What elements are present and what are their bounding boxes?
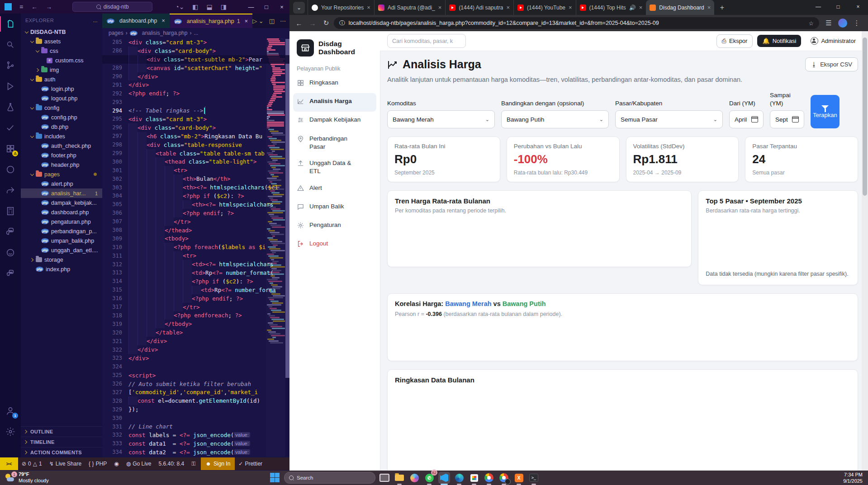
nav-item-perbandingan-pasar[interactable]: Perbandingan Pasar	[289, 131, 380, 155]
tree-item-css[interactable]: css	[21, 46, 102, 56]
browser-minimize-button[interactable]: —	[808, 0, 828, 14]
account-icon[interactable]: 1	[0, 400, 21, 421]
extensions-icon[interactable]: ⚠	[0, 138, 21, 159]
export-button[interactable]: ⎙ Ekspor	[716, 34, 753, 48]
close-button[interactable]: ×	[274, 0, 289, 14]
code-line-328[interactable]: 328const el=document.getElementById(id)	[102, 396, 289, 405]
tree-item-unggah-dan-etl-[interactable]: phpunggah_dan_etl....	[21, 245, 102, 255]
nav-item-dampak-kebijakan[interactable]: Dampak Kebijakan	[289, 112, 380, 130]
minimize-button[interactable]: —	[243, 0, 259, 14]
page-scrollbar[interactable]	[862, 31, 868, 471]
code-line-322[interactable]: 322</div>	[102, 345, 289, 354]
tree-item-includes[interactable]: includes	[21, 132, 102, 141]
browser-tab--1444-youtube[interactable]: (1444) YouTube×	[513, 0, 576, 15]
code-line-314[interactable]: 314<?php if ($c2): ?>	[102, 277, 289, 286]
testing-icon[interactable]	[0, 97, 21, 118]
code-line-291[interactable]: 291</div>	[102, 80, 289, 89]
layout-secondary-icon[interactable]: ◨	[221, 3, 227, 10]
tree-item-alert-php[interactable]: phpalert.php	[21, 179, 102, 188]
todo-check-icon[interactable]	[0, 118, 21, 138]
editor-tab-analisis_harga-php[interactable]: phpanalisis_harga.php1×	[170, 14, 252, 28]
code-line-299[interactable]: 299<table class="table table-sm tab	[102, 149, 289, 158]
code-line-308[interactable]: 308</thead>	[102, 226, 289, 235]
explorer-more-icon[interactable]: ...	[93, 18, 98, 23]
taskbar-app-copilot[interactable]	[408, 472, 420, 484]
maximize-button[interactable]: □	[259, 0, 274, 14]
run-debug-icon[interactable]	[0, 76, 21, 97]
tree-item-db-php[interactable]: phpdb.php	[21, 122, 102, 132]
explorer-icon[interactable]	[0, 14, 21, 34]
taskbar-clock[interactable]: 7:34 PM 9/1/2025	[843, 471, 868, 485]
code-line-307[interactable]: 307</tr>	[102, 217, 289, 226]
code-line-318[interactable]: 318<?php endforeach; ?>	[102, 311, 289, 320]
tree-item-assets[interactable]: assets	[21, 37, 102, 46]
menu-icon[interactable]: ≡	[19, 3, 23, 10]
tree-item-login-php[interactable]: phplogin.php	[21, 84, 102, 94]
nav-item-pengaturan[interactable]: Pengaturan	[289, 217, 380, 235]
tree-item-header-php[interactable]: phpheader.php	[21, 160, 102, 170]
filter-pasar-kabupaten-select[interactable]: Semua Pasar⌄	[615, 110, 723, 128]
code-line-317[interactable]: 317</tr>	[102, 303, 289, 311]
code-line-319[interactable]: 319</tbody>	[102, 320, 289, 328]
code-line-334[interactable]: 334const data2 = <?= json_encode(value:	[102, 448, 289, 457]
back-icon[interactable]: ←	[293, 17, 305, 29]
code-line-313[interactable]: 313<td>Rp<?= number_format(	[102, 268, 289, 277]
taskbar-app-edge[interactable]	[453, 472, 465, 484]
nav-item-unggah-data-etl[interactable]: Unggah Data & ETL	[289, 155, 380, 179]
tree-item-disdag-ntb[interactable]: DISDAG-NTB	[21, 27, 102, 37]
split-editor-icon[interactable]: ◫	[269, 18, 275, 24]
breadcrumb-folder[interactable]: pages	[109, 30, 123, 36]
taskbar-app-whatsapp[interactable]: ✆82	[423, 472, 435, 484]
filter-bandingkan-dengan-opsional--select[interactable]: Bawang Putih⌄	[501, 110, 609, 128]
history-forward-icon[interactable]: →	[46, 3, 52, 10]
breadcrumb-file[interactable]: analisis_harga.php	[142, 30, 188, 36]
nav-item-analisis-harga[interactable]: Analisis Harga	[293, 93, 376, 112]
tab-groups-icon[interactable]: ☰	[823, 17, 835, 29]
taskbar-app-file-explorer[interactable]	[394, 472, 405, 484]
taskbar-search[interactable]: Search	[284, 472, 375, 484]
code-line-330[interactable]: 330	[102, 414, 289, 422]
code-line-331[interactable]: 331// Line chart	[102, 422, 289, 431]
taskbar-app-task-view[interactable]	[379, 472, 390, 484]
new-tab-button[interactable]: +	[716, 2, 728, 14]
code-line-310[interactable]: 310<?php foreach($labels as $i	[102, 243, 289, 251]
tree-item-auth-check-php[interactable]: phpauth_check.php	[21, 141, 102, 151]
code-line-309[interactable]: 309<tbody>	[102, 234, 289, 243]
forward-icon[interactable]: →	[307, 17, 318, 29]
browser-close-button[interactable]: ×	[848, 0, 868, 14]
code-line-294[interactable]: 294<!-- Tabel ringkas -->	[102, 106, 289, 115]
python-env-icon[interactable]	[0, 263, 21, 284]
sign-in-button[interactable]: ☻ Sign In	[201, 457, 235, 470]
browser-menu-icon[interactable]: ⋮	[851, 17, 863, 29]
breadcrumb-symbol[interactable]: ...	[194, 30, 198, 36]
code-line-295[interactable]: 295<div class="card mt-3">	[102, 115, 289, 123]
tree-item-config-php[interactable]: phpconfig.php	[21, 113, 102, 122]
brand[interactable]: Disdag Dashboard	[289, 31, 380, 61]
copilot-icon[interactable]: ◔⌄	[175, 3, 184, 10]
code-line-290[interactable]: 290</div>	[102, 72, 289, 81]
browser-tab-adi-saputra-adi-[interactable]: Adi Saputra (@adi_×	[374, 0, 446, 15]
tree-item-pages[interactable]: pages	[21, 170, 102, 179]
calculator-icon[interactable]	[0, 201, 21, 221]
feedback-icon[interactable]	[0, 242, 21, 263]
tree-item-footer-php[interactable]: phpfooter.php	[21, 151, 102, 160]
source-control-icon[interactable]	[0, 55, 21, 76]
run-icon[interactable]: ▷ ⌄	[252, 18, 264, 24]
github-icon[interactable]	[0, 159, 21, 180]
tab-search-chevron-icon[interactable]: ⌄	[293, 2, 305, 14]
code-line-293[interactable]: 293	[102, 98, 289, 106]
filter-dari-ym--input[interactable]: April	[729, 110, 764, 128]
browser-tab--1444-top-hits[interactable]: (1444) Top Hits🔊×	[576, 0, 646, 15]
go-live-button[interactable]: ◍ Go Live	[126, 461, 152, 467]
python-icon[interactable]	[0, 221, 21, 242]
code-line-316[interactable]: 316<?php endif; ?>	[102, 294, 289, 303]
settings-icon[interactable]	[0, 421, 21, 442]
editor-tab-dashboard-php[interactable]: phpdashboard.php×	[102, 14, 170, 28]
tree-item-logout-php[interactable]: phplogout.php	[21, 94, 102, 103]
tree-item-dashboard-php[interactable]: phpdashboard.php	[21, 207, 102, 217]
bookmark-star-icon[interactable]: ☆	[809, 20, 814, 27]
code-line-312[interactable]: 312<td><?= htmlspecialchars	[102, 260, 289, 268]
weather-widget[interactable]: 1 79°F Mostly cloudy	[0, 471, 81, 484]
code-line-326[interactable]: 326// Auto submit ketika filter berubah	[102, 380, 289, 388]
remote-indicator[interactable]: ><	[0, 457, 18, 470]
